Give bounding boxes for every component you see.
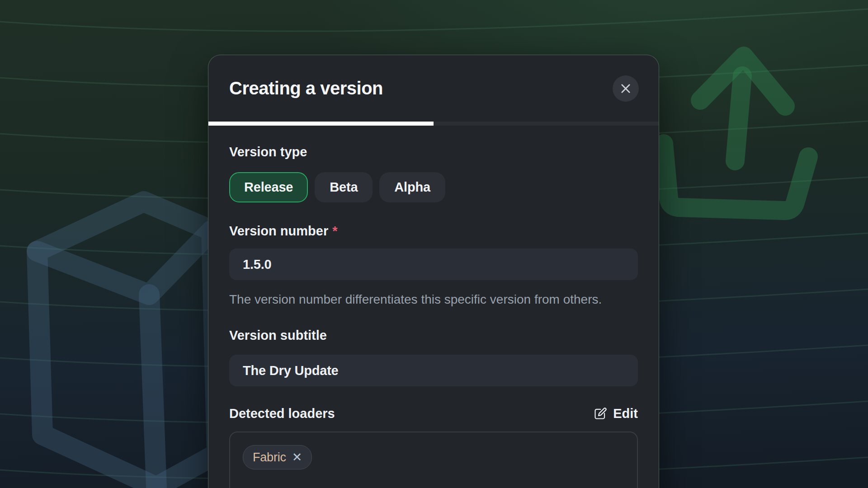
version-subtitle-label: Version subtitle xyxy=(229,327,638,343)
version-number-input[interactable] xyxy=(229,249,638,280)
version-type-beta-label: Beta xyxy=(330,180,358,195)
version-number-help-text: The version number differentiates this s… xyxy=(229,290,613,310)
version-number-label-text: Version number xyxy=(229,224,328,238)
close-icon xyxy=(619,82,632,95)
detected-loaders-row: Detected loaders Edit xyxy=(229,405,638,422)
progress-bar xyxy=(208,122,659,126)
version-type-alpha-button[interactable]: Alpha xyxy=(379,172,445,202)
progress-bar-fill xyxy=(208,122,434,126)
loader-chip-label: Fabric xyxy=(253,450,286,465)
modal-header: Creating a version xyxy=(208,55,659,122)
detected-loaders-label: Detected loaders xyxy=(229,405,335,422)
loader-chip-fabric: Fabric ✕ xyxy=(243,445,312,469)
version-subtitle-input[interactable] xyxy=(229,355,638,386)
page-title: Creating a version xyxy=(229,78,383,99)
edit-loaders-button[interactable]: Edit xyxy=(593,406,638,421)
edit-button-label: Edit xyxy=(613,406,638,421)
modal-body: Version type Release Beta Alpha Version … xyxy=(208,144,659,488)
version-type-alpha-label: Alpha xyxy=(394,180,430,195)
version-type-release-button[interactable]: Release xyxy=(229,172,308,202)
required-asterisk: * xyxy=(332,224,337,238)
pencil-square-icon xyxy=(593,407,607,421)
version-number-label: Version number* xyxy=(229,223,638,239)
create-version-modal: Creating a version Version type Release … xyxy=(208,55,659,488)
version-type-label: Version type xyxy=(229,144,638,160)
page-background: Creating a version Version type Release … xyxy=(0,0,868,488)
loader-chip-dismiss-icon[interactable]: ✕ xyxy=(292,451,302,464)
version-type-beta-button[interactable]: Beta xyxy=(315,172,373,202)
detected-loaders-box: Fabric ✕ xyxy=(229,432,638,488)
version-type-release-label: Release xyxy=(244,180,293,195)
version-type-options: Release Beta Alpha xyxy=(229,172,638,202)
close-button[interactable] xyxy=(613,75,639,102)
